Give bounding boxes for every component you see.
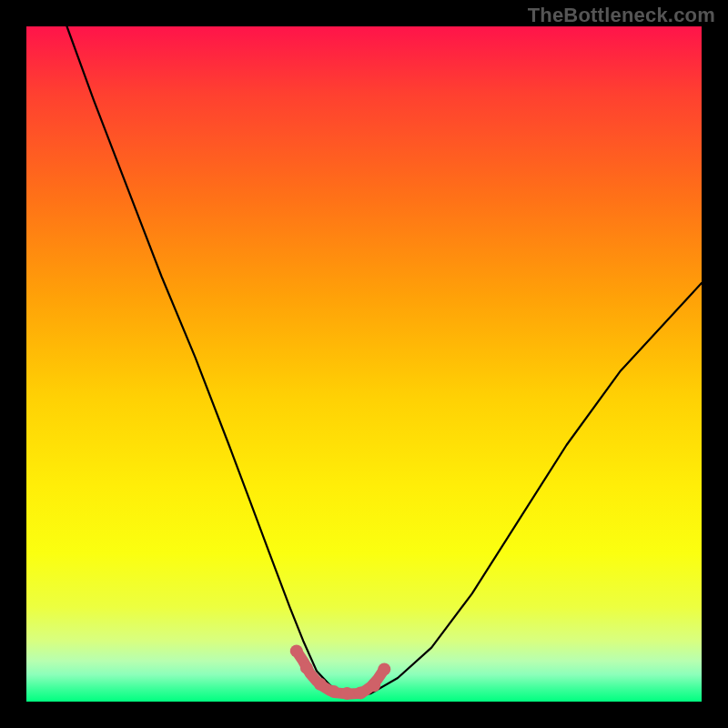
red-dot <box>328 685 340 698</box>
red-dot <box>378 662 390 675</box>
red-dot <box>290 644 303 657</box>
watermark-text: TheBottleneck.com <box>528 4 715 27</box>
black-curve-path <box>67 26 703 695</box>
curve-layer <box>26 26 702 702</box>
red-dot <box>340 687 353 700</box>
red-dot <box>354 686 367 699</box>
red-dot <box>300 662 313 674</box>
chart-frame: TheBottleneck.com <box>0 0 728 728</box>
red-dot <box>368 679 380 692</box>
red-dot <box>314 678 327 691</box>
plot-area <box>26 26 702 702</box>
